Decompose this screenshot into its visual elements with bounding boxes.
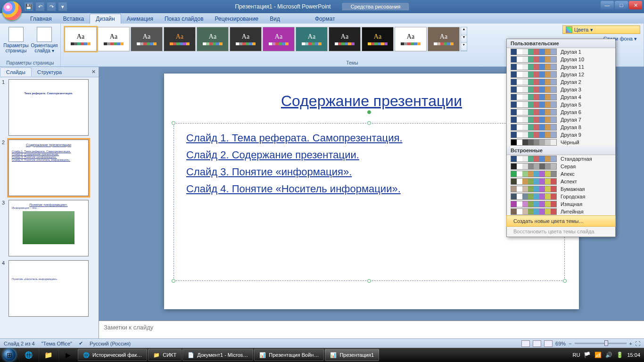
start-button[interactable]: ⊞ (0, 348, 19, 362)
resize-handle[interactable] (367, 279, 371, 283)
view-show-button[interactable] (544, 340, 553, 347)
resize-handle[interactable] (172, 121, 175, 125)
tray-power-icon[interactable]: 🔋 (616, 352, 623, 358)
zoom-thumb[interactable] (604, 340, 608, 346)
list-item[interactable]: Слайд 3. Понятие «информация». (186, 166, 552, 178)
theme-item[interactable]: Aa (362, 27, 394, 51)
theme-gallery-more[interactable]: ▲▼▾ (461, 27, 467, 51)
color-scheme-item[interactable]: Другая 8 (507, 123, 615, 131)
text-list[interactable]: Слайд 1. Тема реферата. Самопрезентация.… (174, 123, 564, 208)
color-scheme-item[interactable]: Другая 11 (507, 63, 615, 71)
rotate-handle[interactable] (367, 110, 371, 114)
resize-handle[interactable] (563, 279, 567, 283)
tray-clock[interactable]: 15:04 (627, 352, 640, 358)
list-item[interactable]: Слайд 1. Тема реферата. Самопрезентация. (186, 132, 552, 144)
color-scheme-item[interactable]: Другая 5 (507, 101, 615, 108)
tab-format[interactable]: Формат (309, 14, 341, 24)
color-scheme-item[interactable]: Серая (507, 163, 615, 170)
maximize-button[interactable]: □ (615, 1, 628, 9)
color-scheme-item[interactable]: Другая 10 (507, 56, 615, 63)
create-theme-colors-button[interactable]: Создать новые цвета темы… (506, 215, 616, 227)
taskbar-item[interactable]: 🌐Исторический фак… (78, 349, 147, 361)
close-button[interactable]: ✕ (629, 1, 642, 9)
thumbnail[interactable]: Понятие «информация». Информация – это… (8, 200, 89, 256)
color-scheme-item[interactable]: Другая 9 (507, 131, 615, 139)
colors-button[interactable]: Цвета ▾ (562, 25, 640, 34)
color-scheme-item[interactable]: Апекс (507, 170, 615, 178)
panel-close-icon[interactable]: ✕ (91, 69, 96, 75)
thumbnail[interactable]: Содержание презентации Слайд 1. Тема реф… (8, 140, 89, 196)
tab-slideshow[interactable]: Показ слайдов (159, 14, 209, 24)
color-scheme-item[interactable]: Другая 2 (507, 78, 615, 86)
color-scheme-item[interactable]: Аспект (507, 178, 615, 185)
zoom-slider[interactable] (575, 343, 627, 344)
panel-tab-structure[interactable]: Структура (32, 68, 67, 76)
tab-design[interactable]: Дизайн (90, 14, 121, 24)
minimize-button[interactable]: — (601, 1, 614, 9)
tab-review[interactable]: Рецензирование (209, 14, 264, 24)
page-params-button[interactable]: Параметры страницы (3, 25, 29, 53)
color-scheme-item[interactable]: Другая 7 (507, 116, 615, 123)
status-language[interactable]: Русский (Россия) (90, 341, 131, 346)
colors-dropdown: Пользовательские Другая 1Другая 10Другая… (506, 39, 616, 237)
ribbon-tabs: Главная Вставка Дизайн Анимация Показ сл… (0, 13, 644, 24)
theme-item[interactable]: Aa (98, 27, 130, 51)
fit-button[interactable]: ⛶ (635, 341, 640, 346)
resize-handle[interactable] (172, 279, 175, 283)
spellcheck-icon[interactable]: ✔ (79, 340, 83, 346)
theme-item[interactable]: Aa (428, 27, 460, 51)
theme-item[interactable]: Aa (65, 27, 97, 51)
theme-item[interactable]: Aa (164, 27, 196, 51)
tab-insert[interactable]: Вставка (58, 14, 90, 24)
color-scheme-item[interactable]: Стандартная (507, 155, 615, 163)
color-scheme-item[interactable]: Другая 12 (507, 71, 615, 78)
theme-item[interactable]: Aa (131, 27, 163, 51)
thumbnail[interactable]: Тема реферата. Самопрезентация. (8, 79, 89, 136)
theme-item[interactable]: Aa (230, 27, 262, 51)
taskbar-item[interactable]: 📊Презентация1 (325, 349, 379, 361)
zoom-out-button[interactable]: − (569, 341, 571, 346)
taskbar-item[interactable]: 📊Презентация Войн… (254, 349, 324, 361)
notes-pane[interactable]: Заметки к слайду (99, 321, 644, 338)
tray-flag-icon[interactable]: 🏳️ (584, 352, 591, 358)
color-scheme-item[interactable]: Чёрный (507, 139, 615, 146)
panel-tab-slides[interactable]: Слайды (0, 67, 32, 76)
qat-more-icon[interactable]: ▾ (58, 2, 67, 11)
pinned-media-icon[interactable]: ▶ (58, 348, 77, 362)
tab-view[interactable]: Вид (264, 14, 286, 24)
office-button[interactable] (2, 1, 22, 21)
pinned-ie-icon[interactable]: 🌐 (19, 348, 38, 362)
color-scheme-item[interactable]: Другая 6 (507, 108, 615, 116)
zoom-in-button[interactable]: + (629, 341, 632, 346)
taskbar-item[interactable]: 📁СИКТ (148, 349, 182, 361)
tray-volume-icon[interactable]: 🔊 (605, 352, 612, 358)
tray-lang[interactable]: RU (573, 352, 580, 358)
theme-item[interactable]: Aa (296, 27, 328, 51)
view-sorter-button[interactable] (533, 340, 541, 347)
redo-icon[interactable]: ↷ (47, 2, 56, 11)
color-scheme-item[interactable]: Изящная (507, 200, 615, 208)
undo-icon[interactable]: ↶ (36, 2, 44, 11)
thumbnail[interactable]: Понятие «Носитель информации». (8, 260, 89, 317)
color-scheme-item[interactable]: Другая 4 (507, 93, 615, 101)
color-scheme-item[interactable]: Бумажная (507, 185, 615, 193)
theme-item[interactable]: Aa (395, 27, 427, 51)
tab-animation[interactable]: Анимация (121, 14, 159, 24)
tray-network-icon[interactable]: 📶 (594, 352, 602, 358)
taskbar-item[interactable]: 📄Документ1 - Micros… (182, 349, 253, 361)
theme-item[interactable]: Aa (197, 27, 229, 51)
theme-item[interactable]: Aa (263, 27, 295, 51)
view-normal-button[interactable] (521, 340, 530, 347)
color-scheme-item[interactable]: Литейная (507, 208, 615, 215)
list-item[interactable]: Слайд 2. Содержание презентации. (186, 149, 552, 161)
color-scheme-item[interactable]: Городская (507, 193, 615, 200)
color-scheme-item[interactable]: Другая 3 (507, 86, 615, 93)
theme-item[interactable]: Aa (329, 27, 361, 51)
tab-home[interactable]: Главная (25, 14, 58, 24)
pinned-explorer-icon[interactable]: 📁 (39, 348, 58, 362)
orientation-button[interactable]: Ориентация слайда ▾ (31, 25, 58, 53)
resize-handle[interactable] (367, 121, 371, 125)
list-item[interactable]: Слайд 4. Понятие «Носитель информации». (186, 183, 552, 195)
save-icon[interactable]: 💾 (25, 2, 33, 11)
color-scheme-item[interactable]: Другая 1 (507, 48, 615, 56)
